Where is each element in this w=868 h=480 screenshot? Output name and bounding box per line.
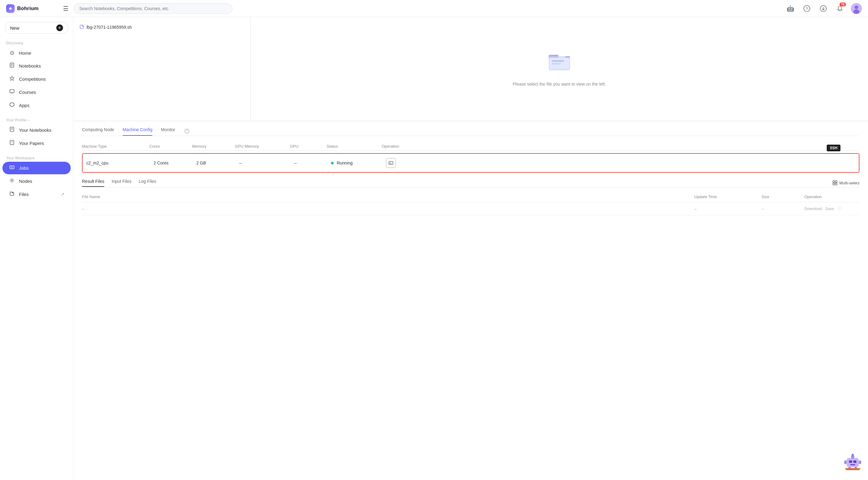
save-info-icon[interactable]: ⓘ <box>838 206 841 211</box>
machine-config-table: Machine Type Cores Memory GPU Memory GPU… <box>82 142 860 173</box>
monitor-help-icon[interactable]: ? <box>184 129 189 134</box>
robot-mascot[interactable] <box>843 452 862 474</box>
notification-icon[interactable]: 76 <box>834 3 845 14</box>
col-memory: Memory <box>192 144 235 149</box>
svg-rect-45 <box>850 464 855 465</box>
sidebar-item-label: Your Papers <box>19 141 44 146</box>
files-table-header: File Name Update Time Size Operation <box>82 191 860 202</box>
svg-point-6 <box>853 9 860 14</box>
svg-rect-43 <box>849 460 852 463</box>
cell-operation <box>386 158 855 168</box>
sidebar-item-label: Courses <box>19 90 36 95</box>
notification-badge: 76 <box>840 2 846 6</box>
table-header: Machine Type Cores Memory GPU Memory GPU… <box>82 142 860 151</box>
ssh-button[interactable] <box>386 158 396 168</box>
help-icon[interactable]: ? <box>801 3 812 14</box>
multiselect-button[interactable]: Multi-select <box>833 181 860 185</box>
sidebar-item-label: Notebooks <box>19 63 41 68</box>
machine-config-row: SSH c2_m2_cpu 2 Cores 2 GB – – Running <box>82 153 860 173</box>
home-icon: ⊙ <box>8 50 15 56</box>
svg-rect-41 <box>835 183 837 185</box>
download-icon[interactable] <box>818 3 829 14</box>
cell-gpu: – <box>294 161 331 165</box>
ssh-tooltip: SSH <box>827 145 840 151</box>
sidebar-item-home[interactable]: ⊙ Home <box>2 47 71 59</box>
computing-tabs-row: Computing Node Machine Config Monitor ? <box>82 127 860 136</box>
files-cell-name: – <box>82 206 694 211</box>
svg-rect-49 <box>859 460 861 464</box>
user-avatar[interactable] <box>851 3 862 14</box>
col-operation: Operation <box>382 144 860 149</box>
notebooks-icon <box>8 62 15 69</box>
profile-chevron-icon: › <box>28 118 29 122</box>
new-button[interactable]: New + <box>5 22 68 34</box>
sidebar-item-jobs[interactable]: Jobs <box>2 162 71 174</box>
svg-rect-27 <box>552 60 564 62</box>
files-cell-size: – <box>762 206 804 211</box>
sidebar-item-label: Your Notebooks <box>19 127 51 133</box>
tab-log-files[interactable]: Log Files <box>139 179 156 187</box>
sidebar-item-label: Jobs <box>19 165 29 170</box>
your-workspace-label: Your Workspace <box>0 154 73 161</box>
main-content: lbg-27071-11965959.sh <box>73 17 868 480</box>
cell-cores: 2 Cores <box>154 161 196 165</box>
sidebar-item-your-papers[interactable]: Your Papers <box>2 137 71 150</box>
app-body: New + Discovery ⊙ Home Notebooks Competi… <box>0 17 868 480</box>
sidebar-item-nodes[interactable]: Nodes <box>2 175 71 187</box>
sidebar-item-competitions[interactable]: Competitions <box>2 73 71 85</box>
file-item[interactable]: lbg-27071-11965959.sh <box>73 22 250 32</box>
tab-machine-config[interactable]: Machine Config <box>123 127 152 136</box>
sidebar-item-notebooks[interactable]: Notebooks <box>2 60 71 72</box>
file-icon <box>80 25 84 30</box>
file-operations: Download Save ⓘ <box>804 206 860 211</box>
save-link[interactable]: Save <box>825 206 834 211</box>
col-status: Status <box>327 144 382 149</box>
multiselect-label: Multi-select <box>839 181 860 185</box>
jobs-icon <box>8 164 15 171</box>
svg-point-5 <box>855 5 858 9</box>
app-logo[interactable]: Bohrium <box>6 4 58 13</box>
sidebar-item-courses[interactable]: Courses <box>2 86 71 98</box>
apps-icon <box>8 102 15 109</box>
content-area: lbg-27071-11965959.sh <box>73 17 868 480</box>
col-gpu: GPU <box>290 144 327 149</box>
svg-rect-34 <box>389 161 393 164</box>
svg-rect-38 <box>833 181 835 183</box>
col-gpu-memory: GPU Memory <box>235 144 290 149</box>
your-notebooks-icon <box>8 127 15 134</box>
files-cell-operation: Download Save ⓘ <box>804 206 860 211</box>
status-dot <box>331 162 334 164</box>
folder-illustration <box>547 50 571 76</box>
download-link[interactable]: Download <box>804 206 822 211</box>
sidebar-item-label: Nodes <box>19 179 32 184</box>
sidebar-item-apps[interactable]: Apps <box>2 99 71 111</box>
courses-icon <box>8 89 15 96</box>
files-share-icon[interactable]: ↗ <box>61 191 65 197</box>
svg-rect-42 <box>846 458 859 467</box>
files-col-operation: Operation <box>804 194 860 199</box>
your-profile-section[interactable]: Your Profile › <box>0 116 73 124</box>
tab-input-files[interactable]: Input Files <box>112 179 131 187</box>
tab-computing-node[interactable]: Computing Node <box>82 127 114 136</box>
svg-point-47 <box>852 454 854 455</box>
svg-point-21 <box>11 180 13 181</box>
sidebar-item-files[interactable]: Files ↗ <box>2 188 71 200</box>
hamburger-menu[interactable]: ☰ <box>63 5 68 12</box>
bot-icon[interactable]: 🤖 <box>785 3 796 14</box>
search-input[interactable] <box>73 3 232 14</box>
svg-rect-28 <box>552 63 561 65</box>
tab-monitor[interactable]: Monitor <box>161 127 175 136</box>
files-col-update-time: Update Time <box>694 194 762 199</box>
svg-rect-48 <box>844 460 846 464</box>
logo-icon <box>6 4 15 13</box>
sidebar-item-label: Apps <box>19 103 29 108</box>
files-cell-update-time: – <box>694 206 762 211</box>
plus-icon: + <box>56 25 63 31</box>
sidebar-item-your-notebooks[interactable]: Your Notebooks <box>2 124 71 136</box>
app-name: Bohrium <box>17 5 38 11</box>
sidebar-item-label: Home <box>19 51 31 56</box>
tab-result-files[interactable]: Result Files <box>82 179 104 187</box>
search-bar[interactable] <box>73 3 232 14</box>
svg-point-22 <box>10 178 14 183</box>
sidebar-item-label: Files <box>19 192 29 197</box>
